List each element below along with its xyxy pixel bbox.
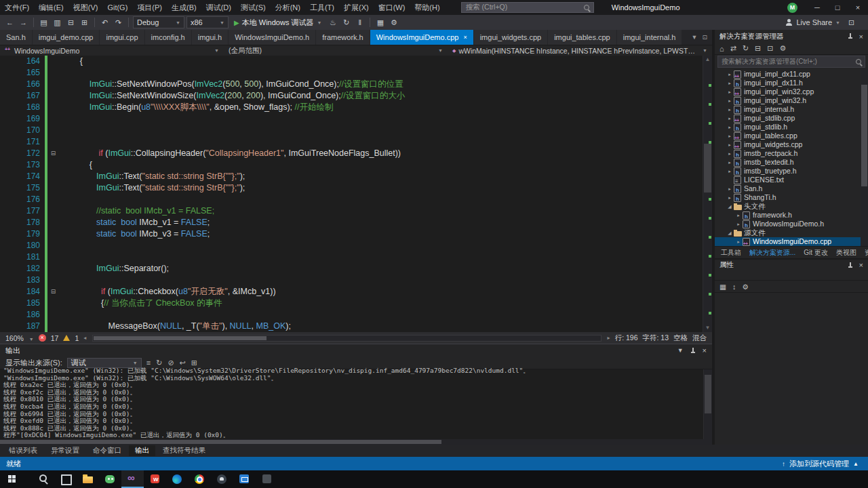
menu-item-12[interactable]: 帮助(H) (410, 0, 444, 15)
code-line-171[interactable]: 171 (0, 136, 703, 148)
categorized-icon[interactable]: ▦ (719, 283, 726, 291)
tab-imconfig.h[interactable]: imconfig.h (145, 30, 191, 45)
code-line-173[interactable]: 173 { (0, 159, 703, 171)
editor-vertical-scrollbar[interactable]: ▲ ▼ (703, 56, 712, 332)
panel-tab-资源视图[interactable]: 资源视图 (861, 248, 868, 258)
bottom-tab-输出[interactable]: 输出 (129, 445, 155, 456)
expanded-arrow-icon[interactable]: ◢ (726, 202, 733, 211)
code-line-167[interactable]: 167 ImGui::SetNextWindowSize(ImVec2(200,… (0, 90, 703, 102)
tree-item-framework.h[interactable]: ▸framework.h (715, 211, 868, 220)
code-line-166[interactable]: 166 ImGui::SetNextWindowPos(ImVec2(500, … (0, 79, 703, 90)
taskbar-search-button[interactable] (32, 470, 54, 488)
collapsed-arrow-icon[interactable]: ▸ (726, 149, 733, 158)
menu-item-8[interactable]: 分析(N) (271, 0, 305, 15)
spaces-indicator[interactable]: 空格 (673, 333, 688, 343)
pin-icon[interactable] (690, 348, 696, 354)
bottom-tab-错误列表[interactable]: 错误列表 (3, 445, 43, 456)
properties-icon[interactable]: ⚙ (780, 44, 787, 53)
navigate-forward-icon[interactable]: → (18, 16, 29, 29)
tab-overflow-icon[interactable]: ▼ (692, 34, 698, 41)
tree-item-imgui_stdlib.cpp[interactable]: ▸imgui_stdlib.cpp (715, 114, 868, 123)
home-icon[interactable]: ⌂ (719, 45, 724, 53)
line-ending-indicator[interactable]: 混合 (692, 333, 707, 343)
code-line-183[interactable]: 183 (0, 274, 703, 286)
tree-item-WindowsImguiDemo.cpp[interactable]: ▸WindowsImguiDemo.cpp (715, 237, 868, 246)
menu-item-0[interactable]: 文件(F) (0, 0, 34, 15)
collapsed-arrow-icon[interactable]: ▸ (726, 96, 733, 105)
collapsed-arrow-icon[interactable]: ▸ (726, 167, 733, 176)
solution-platform-dropdown[interactable]: x86▼ (186, 16, 229, 28)
collapsed-arrow-icon[interactable]: ▸ (726, 193, 733, 202)
alphabetical-icon[interactable]: ↕ (732, 283, 736, 291)
menu-item-1[interactable]: 编辑(E) (34, 0, 68, 15)
output-horizontal-scrollbar[interactable] (0, 439, 712, 445)
tree-item-imstb_rectpack.h[interactable]: ▸imstb_rectpack.h (715, 149, 868, 158)
tree-item-San.h[interactable]: ▸San.h (715, 184, 868, 193)
tree-item-LICENSE.txt[interactable]: LICENSE.txt (715, 176, 868, 184)
code-line-184[interactable]: 184⊟ if (ImGui::Checkbox(u8"开启无敌", &IMcb… (0, 286, 703, 298)
code-line-170[interactable]: 170 (0, 125, 703, 136)
bottom-tab-命令窗口[interactable]: 命令窗口 (87, 445, 127, 456)
error-count[interactable]: 17 (51, 334, 59, 342)
taskbar-chrome-button[interactable] (189, 470, 211, 488)
window-position-icon[interactable]: ▼ (677, 347, 684, 354)
minimize-button[interactable]: ─ (807, 0, 827, 15)
code-line-169[interactable]: 169 (0, 113, 703, 125)
close-panel-icon[interactable]: × (859, 33, 863, 41)
collapsed-arrow-icon[interactable]: ▸ (726, 123, 733, 131)
collapse-all-icon[interactable]: ⊟ (755, 44, 761, 53)
hot-reload-icon[interactable]: ♨ (327, 16, 338, 29)
warning-count[interactable]: 1 (75, 334, 79, 342)
code-line-187[interactable]: 187 MessageBox(NULL, _T("单击"), NULL, MB_… (0, 321, 703, 332)
code-line-179[interactable]: 179 static bool IMcb_v3 = FALSE; (0, 228, 703, 240)
code-line-181[interactable]: 181 (0, 251, 703, 263)
refresh-icon[interactable]: ↻ (743, 44, 749, 53)
tab-imgui.h[interactable]: imgui.h (192, 30, 228, 45)
quick-search-box[interactable]: 搜索 (Ctrl+Q) (461, 2, 594, 13)
tree-item-头文件[interactable]: ◢头文件 (715, 202, 868, 211)
tree-item-源文件[interactable]: ◢源文件 (715, 228, 868, 237)
tree-item-imgui_tables.cpp[interactable]: ▸imgui_tables.cpp (715, 131, 868, 140)
properties-grid[interactable] (715, 293, 868, 445)
tree-item-ShangTi.h[interactable]: ▸ShangTi.h (715, 193, 868, 202)
save-icon[interactable]: ⊟ (65, 16, 77, 29)
code-line-176[interactable]: 176 (0, 194, 703, 205)
tree-item-imgui_impl_dx11.cpp[interactable]: ▸imgui_impl_dx11.cpp (715, 70, 868, 79)
taskbar-wechat-button[interactable] (99, 470, 121, 488)
close-panel-icon[interactable]: × (703, 346, 707, 354)
tab-WindowsImguiDemo.cpp[interactable]: WindowsImguiDemo.cpp× (370, 30, 473, 45)
scroll-down-icon[interactable]: ▼ (703, 324, 712, 332)
collapsed-arrow-icon[interactable]: ▸ (735, 211, 742, 220)
restart-icon[interactable]: ↻ (340, 16, 352, 29)
tab-WindowsImguiDemo.h[interactable]: WindowsImguiDemo.h (229, 30, 315, 45)
bottom-tab-异常设置[interactable]: 异常设置 (45, 445, 85, 456)
collapsed-arrow-icon[interactable]: ▸ (726, 87, 733, 96)
collapsed-arrow-icon[interactable]: ▸ (726, 184, 733, 193)
menu-item-10[interactable]: 扩展(X) (339, 0, 374, 15)
scroll-left-icon[interactable]: ◂ (83, 335, 86, 341)
code-editor[interactable]: 164 {165166 ImGui::SetNextWindowPos(ImVe… (0, 56, 712, 332)
tab-San.h[interactable]: San.h (0, 30, 32, 45)
tab-imgui_internal.h[interactable]: imgui_internal.h (617, 30, 682, 45)
tree-item-imstb_textedit.h[interactable]: ▸imstb_textedit.h (715, 158, 868, 167)
close-tab-icon[interactable]: × (463, 34, 467, 41)
collapsed-arrow-icon[interactable]: ▸ (735, 237, 742, 246)
horizontal-scrollbar-thumb[interactable] (94, 336, 266, 340)
messages-icon[interactable]: ≡ (146, 359, 151, 367)
pause-icon[interactable]: ‖ (354, 16, 366, 29)
show-all-files-icon[interactable]: ⊡ (767, 44, 773, 53)
solution-configuration-dropdown[interactable]: Debug▼ (133, 16, 184, 28)
output-source-dropdown[interactable]: 调试 ▼ (67, 358, 142, 368)
output-vertical-scrollbar[interactable] (703, 369, 712, 439)
property-pages-icon[interactable]: ⚙ (742, 283, 748, 291)
tab-imgui_widgets.cpp[interactable]: imgui_widgets.cpp (474, 30, 548, 45)
collapsed-arrow-icon[interactable]: ▸ (726, 79, 733, 87)
taskbar-file-explorer-button[interactable] (77, 470, 99, 488)
menu-item-6[interactable]: 调试(D) (201, 0, 236, 15)
tree-scrollbar[interactable] (861, 68, 868, 246)
collapsed-arrow-icon[interactable]: ▸ (726, 140, 733, 149)
code-line-182[interactable]: 182 ImGui::Separator(); (0, 263, 703, 274)
fold-collapse-icon[interactable]: ⊟ (47, 148, 59, 159)
collapsed-arrow-icon[interactable]: ▸ (726, 114, 733, 123)
taskbar-mail-app-button[interactable] (233, 470, 256, 488)
